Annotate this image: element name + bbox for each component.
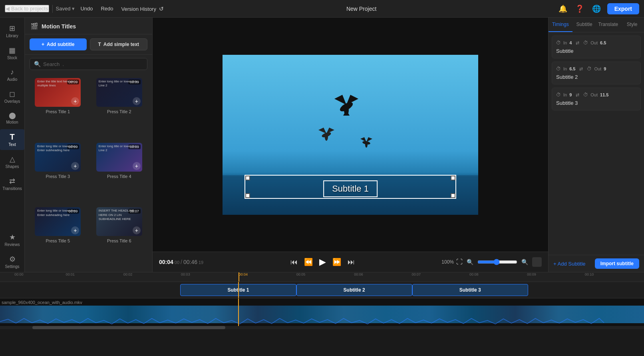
template-item-1[interactable]: 00:09 Enter the title text here on multi… — [30, 78, 86, 138]
globe-button[interactable]: 🌐 — [590, 3, 602, 15]
timeline-scroll-thumb[interactable] — [32, 326, 226, 329]
play-button[interactable]: ▶ — [318, 255, 328, 269]
panel-header: 🎬 Motion Titles — [25, 18, 152, 34]
panel-actions: + Add subtitle T Add simple text — [25, 34, 152, 55]
search-input-wrap: 🔍 — [30, 58, 147, 70]
zoom-control: 100% ⛶ 🔍 🔍 — [441, 257, 542, 267]
subtitle-track: Subtitle 1 Subtitle 2 Subtitle 3 — [0, 282, 644, 298]
sidebar-label-shapes: Shapes — [6, 164, 19, 169]
redo-button[interactable]: Redo — [98, 4, 115, 13]
sidebar-label-reviews: Reviews — [5, 242, 20, 247]
out-icon-1: ⏱ — [583, 40, 588, 46]
search-input[interactable] — [43, 61, 143, 67]
in-val-1[interactable]: 4 — [569, 40, 572, 45]
sidebar-item-motion[interactable]: ⬤ Motion — [0, 108, 24, 128]
import-subtitle-button[interactable]: Import subtitle — [595, 258, 639, 269]
template-add-3[interactable]: + — [71, 162, 79, 170]
subtitle-block-3[interactable]: Subtitle 3 — [412, 284, 528, 296]
template-item-3[interactable]: 00:09 Enter long title or lower the Ente… — [30, 143, 86, 203]
version-history-button[interactable]: Version History ↺ — [119, 4, 166, 14]
template-thumb-5: 00:09 Enter long title or lower the Ente… — [35, 207, 81, 236]
template-item-6[interactable]: 00:07 INSERT THE HEADLINE HERE ON 2 LIN … — [91, 207, 148, 267]
template-thumb-1: 00:09 Enter the title text here on multi… — [35, 78, 81, 107]
right-panel-tabs: Timings Subtitle Translate Style — [549, 18, 644, 32]
fast-forward-button[interactable]: ⏩ — [331, 256, 343, 268]
template-add-4[interactable]: + — [133, 162, 141, 170]
sidebar-item-audio[interactable]: ♪ Audio — [0, 65, 24, 85]
add-simple-text-button[interactable]: T Add simple text — [90, 38, 148, 50]
sidebar-item-overlays[interactable]: ◻ Overlays — [0, 86, 24, 107]
handle-br[interactable] — [451, 193, 455, 198]
tab-timings[interactable]: Timings — [549, 18, 572, 32]
sidebar-item-stock[interactable]: ▦ Stock — [0, 43, 24, 63]
add-subtitle-button[interactable]: + Add subtitle — [30, 38, 87, 50]
ruler-mark-1: 00:01 — [66, 272, 75, 276]
handle-bl[interactable] — [245, 193, 250, 198]
skip-to-start-button[interactable]: ⏮ — [289, 256, 299, 268]
in-val-3[interactable]: 9 — [569, 92, 572, 97]
skip-to-end-button[interactable]: ⏭ — [346, 256, 356, 268]
subtitle-entry-text-2[interactable]: Subtitle 2 — [556, 74, 636, 80]
template-item-5[interactable]: 00:09 Enter long title or lower the Ente… — [30, 207, 86, 267]
time-current-frame: 00 — [175, 260, 179, 265]
sidebar-item-reviews[interactable]: ★ Reviews — [0, 230, 24, 250]
template-text-5: Enter long title or lower the Enter subh… — [37, 209, 81, 217]
handle-tl[interactable] — [245, 176, 250, 180]
view-options-button[interactable] — [532, 257, 542, 267]
sidebar-item-transitions[interactable]: ⇄ Transitions — [0, 174, 24, 194]
ruler-mark-3: 00:03 — [181, 272, 190, 276]
sidebar-item-settings[interactable]: ⚙ Settings — [0, 252, 24, 272]
template-name-4: Press Title 4 — [107, 174, 131, 179]
sidebar-item-text[interactable]: T Text — [0, 129, 24, 150]
video-frame[interactable]: Subtitle 1 — [223, 55, 478, 215]
add-subtitle-icon: + — [42, 42, 44, 47]
zoom-in-button[interactable]: 🔍 — [520, 257, 530, 267]
subtitle-entry-2[interactable]: ⏱ In 6.5 ⇄ ⏱ Out 9 Subtitle 2 — [552, 62, 641, 84]
template-add-2[interactable]: + — [133, 97, 141, 105]
template-add-5[interactable]: + — [71, 226, 79, 234]
zoom-out-button[interactable]: 🔍 — [465, 257, 475, 267]
ruler-mark-5: 00:05 — [296, 272, 306, 276]
back-button[interactable]: ◀ Back to projects — [5, 5, 49, 12]
export-button[interactable]: Export — [607, 3, 639, 14]
sidebar-item-library[interactable]: ⊞ Library — [0, 21, 24, 41]
out-val-2[interactable]: 9 — [604, 66, 606, 71]
saved-dropdown-icon[interactable]: ▾ — [72, 6, 75, 12]
tab-translate[interactable]: Translate — [596, 18, 620, 32]
zoom-slider[interactable] — [477, 259, 517, 265]
out-val-3[interactable]: 11.5 — [600, 92, 608, 97]
template-add-6[interactable]: + — [133, 226, 141, 234]
subtitle-entry-3[interactable]: ⏱ In 9 ⇄ ⏱ Out 11.5 Subtitle 3 — [552, 88, 641, 110]
waveform-svg — [0, 317, 644, 326]
template-item-2[interactable]: 00:09 Enter long title or lower this Lin… — [91, 78, 148, 138]
sidebar-label-motion: Motion — [6, 120, 18, 124]
out-val-1[interactable]: 6.5 — [600, 40, 606, 45]
fullscreen-button[interactable]: ⛶ — [456, 258, 463, 266]
in-val-2[interactable]: 6.5 — [569, 66, 575, 71]
subtitle-entry-text-3[interactable]: Subtitle 3 — [556, 100, 636, 106]
subtitle-entry-text-1[interactable]: Subtitle — [556, 48, 636, 54]
handle-tr[interactable] — [451, 176, 455, 180]
tab-subtitle[interactable]: Subtitle — [572, 18, 596, 32]
rewind-button[interactable]: ⏪ — [302, 256, 314, 268]
subtitle-block-label-2: Subtitle 2 — [344, 287, 365, 293]
top-bar-right: 🔔 ❓ 🌐 Export — [557, 3, 639, 15]
add-subtitle-link[interactable]: + Add Subtitle — [553, 261, 586, 267]
tab-style[interactable]: Style — [620, 18, 644, 32]
sidebar-item-shapes[interactable]: △ Shapes — [0, 152, 24, 172]
sync-icon-1: ⇄ — [576, 40, 579, 46]
notifications-button[interactable]: 🔔 — [557, 3, 569, 15]
template-name-6: Press Title 6 — [107, 238, 131, 243]
undo-button[interactable]: Undo — [78, 4, 95, 13]
timeline-scroll[interactable] — [0, 326, 644, 329]
ruler-mark-7: 00:07 — [412, 272, 421, 276]
subtitle-entry-1[interactable]: ⏱ In 4 ⇄ ⏱ Out 6.5 Subtitle — [552, 36, 641, 58]
sidebar-label-transitions: Transitions — [2, 186, 22, 191]
out-icon-3: ⏱ — [583, 92, 588, 98]
template-item-4[interactable]: 00:09 Enter long title or lower the Line… — [91, 143, 148, 203]
template-thumb-6: 00:07 INSERT THE HEADLINE HERE ON 2 LIN … — [96, 207, 142, 236]
template-add-1[interactable]: + — [71, 97, 79, 105]
template-thumb-4: 00:09 Enter long title or lower the Line… — [96, 143, 142, 172]
help-button[interactable]: ❓ — [574, 3, 586, 15]
subtitle-block-2[interactable]: Subtitle 2 — [296, 284, 412, 296]
